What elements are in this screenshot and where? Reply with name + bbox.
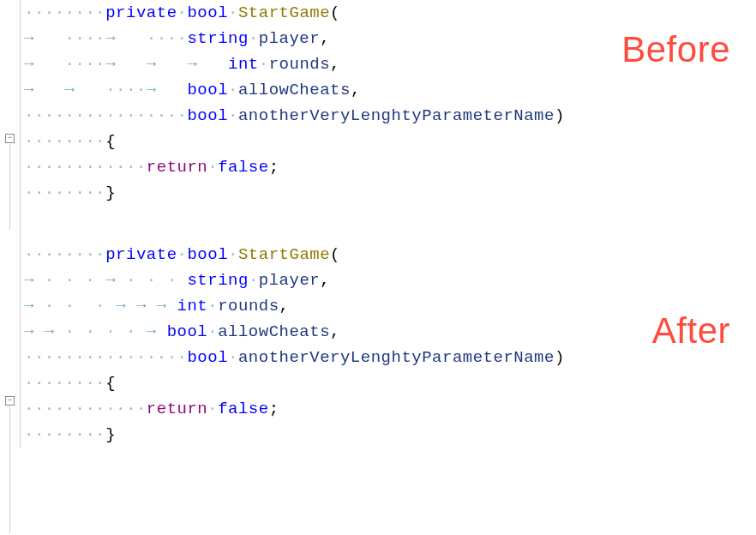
comma: , bbox=[330, 55, 340, 74]
guide-line bbox=[9, 144, 10, 230]
comma: , bbox=[330, 322, 340, 341]
whitespace-dot: · bbox=[177, 245, 188, 264]
whitespace-dot: · bbox=[228, 106, 238, 125]
whitespace-dots: ···· bbox=[65, 55, 106, 74]
code-line[interactable]: ········private·bool·StartGame( bbox=[24, 0, 756, 26]
code-line[interactable]: → · · · → → → int·rounds, bbox=[24, 293, 756, 319]
whitespace-dots: ················ bbox=[24, 106, 187, 125]
brace-close: } bbox=[105, 183, 116, 202]
whitespace-dots: · · · bbox=[126, 271, 187, 290]
code-line[interactable]: ················bool·anotherVeryLenghtyP… bbox=[24, 345, 756, 370]
whitespace-tab: → bbox=[105, 271, 126, 290]
keyword-bool: bool bbox=[187, 348, 228, 367]
whitespace-dot: · bbox=[228, 348, 238, 367]
keyword-string: string bbox=[187, 29, 248, 48]
param-player: player bbox=[259, 29, 320, 48]
literal-false: false bbox=[218, 400, 269, 418]
keyword-int: int bbox=[228, 55, 259, 74]
fold-toggle-before[interactable]: − bbox=[5, 134, 15, 143]
guide-line bbox=[9, 406, 10, 533]
whitespace-dots: · · · bbox=[45, 271, 105, 290]
code-line[interactable]: ········} bbox=[24, 422, 756, 448]
whitespace-dots: ········ bbox=[24, 183, 105, 202]
whitespace-dot: · bbox=[207, 297, 218, 316]
whitespace-tab: → → bbox=[24, 81, 105, 99]
param-rounds: rounds bbox=[218, 297, 279, 316]
whitespace-dots: ···· bbox=[65, 29, 106, 48]
code-line[interactable]: ············return·false; bbox=[24, 154, 756, 180]
whitespace-tab: → bbox=[24, 297, 45, 316]
whitespace-dot: · bbox=[228, 245, 238, 264]
keyword-private: private bbox=[105, 3, 177, 22]
comma: , bbox=[320, 271, 330, 290]
brace-open: { bbox=[105, 374, 116, 393]
keyword-bool: bool bbox=[187, 106, 228, 125]
method-name: StartGame bbox=[238, 3, 330, 22]
label-before: Before bbox=[621, 29, 730, 70]
semicolon: ; bbox=[269, 158, 279, 177]
comma: , bbox=[320, 29, 330, 48]
semicolon: ; bbox=[269, 400, 279, 418]
keyword-return: return bbox=[147, 400, 207, 418]
comma: , bbox=[279, 297, 290, 316]
whitespace-dot: · bbox=[249, 29, 259, 48]
param-allowcheats: allowCheats bbox=[238, 81, 351, 99]
whitespace-tab: → bbox=[24, 55, 65, 74]
code-line[interactable]: ········} bbox=[24, 180, 756, 206]
whitespace-dot: · bbox=[207, 158, 218, 177]
whitespace-dot: · bbox=[177, 3, 188, 22]
whitespace-dots: ········ bbox=[24, 3, 105, 22]
whitespace-tab: → bbox=[147, 81, 188, 99]
editor-gutter: − − bbox=[0, 0, 21, 448]
keyword-bool: bool bbox=[167, 322, 208, 341]
code-line[interactable]: → → ····→ bool·allowCheats, bbox=[24, 77, 756, 103]
keyword-private: private bbox=[105, 245, 177, 264]
keyword-bool: bool bbox=[187, 3, 228, 22]
whitespace-dot: · bbox=[207, 400, 218, 418]
code-line[interactable]: → → · · · · → bool·allowCheats, bbox=[24, 319, 756, 345]
code-line[interactable]: ········{ bbox=[24, 129, 756, 154]
fold-toggle-after[interactable]: − bbox=[5, 396, 15, 406]
paren-close: ) bbox=[555, 106, 565, 125]
label-after: After bbox=[652, 310, 730, 352]
whitespace-dots: ···· bbox=[105, 81, 147, 99]
code-line[interactable]: → · · · → · · · string·player, bbox=[24, 268, 756, 293]
paren-open: ( bbox=[330, 3, 340, 22]
param-rounds: rounds bbox=[269, 55, 330, 74]
paren-close: ) bbox=[555, 348, 565, 367]
brace-open: { bbox=[105, 132, 116, 151]
whitespace-dots: · · · bbox=[45, 297, 116, 316]
code-line[interactable]: ········private·bool·StartGame( bbox=[24, 242, 756, 268]
keyword-bool: bool bbox=[187, 81, 228, 99]
whitespace-dots: ········ bbox=[24, 425, 105, 444]
whitespace-dots: · · · · bbox=[65, 322, 147, 341]
whitespace-tab: → → → bbox=[105, 55, 228, 74]
whitespace-dots: ············ bbox=[24, 158, 147, 177]
whitespace-dot: · bbox=[228, 3, 238, 22]
whitespace-dot: · bbox=[207, 322, 218, 341]
whitespace-tab: → → → bbox=[116, 297, 177, 316]
whitespace-dot: · bbox=[249, 271, 259, 290]
whitespace-dots: ················ bbox=[24, 348, 187, 367]
keyword-return: return bbox=[147, 158, 207, 177]
keyword-string: string bbox=[187, 271, 248, 290]
paren-open: ( bbox=[330, 245, 340, 264]
literal-false: false bbox=[218, 158, 269, 177]
param-lengthy: anotherVeryLenghtyParameterName bbox=[238, 348, 555, 367]
brace-close: } bbox=[105, 425, 116, 444]
comma: , bbox=[351, 81, 361, 99]
code-line[interactable]: ················bool·anotherVeryLenghtyP… bbox=[24, 103, 756, 129]
param-player: player bbox=[259, 271, 320, 290]
keyword-int: int bbox=[177, 297, 208, 316]
whitespace-tab: → bbox=[24, 29, 65, 48]
whitespace-tab: → bbox=[105, 29, 147, 48]
whitespace-dots: ········ bbox=[24, 132, 105, 151]
code-line[interactable]: ········{ bbox=[24, 370, 756, 396]
method-name: StartGame bbox=[238, 245, 330, 264]
whitespace-dot: · bbox=[228, 81, 238, 99]
whitespace-tab: → bbox=[24, 271, 45, 290]
whitespace-dots: ········ bbox=[24, 245, 105, 264]
keyword-bool: bool bbox=[187, 245, 228, 264]
whitespace-dots: ············ bbox=[24, 400, 147, 418]
code-line[interactable]: ············return·false; bbox=[24, 396, 756, 422]
